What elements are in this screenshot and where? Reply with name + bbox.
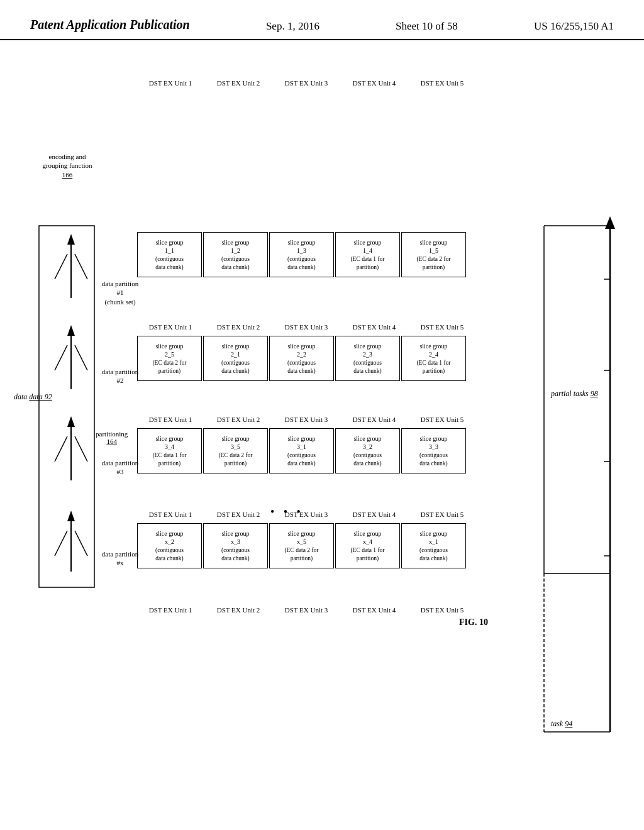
dst-header-5-2: DST EX Unit 2 [205,606,272,614]
dst-header-5-3: DST EX Unit 3 [273,606,340,614]
slice-box-x-3: slice groupx_5 (EC data 2 forpartition) [269,523,334,568]
slice-box-1-4: slice group1_4 (EC data 1 forpartition) [335,232,400,277]
slice-box-1-3: slice group1_3 (contiguousdata chunk) [269,232,334,277]
slice-box-x-5: slice groupx_1 (contiguousdata chunk) [401,523,466,568]
dst-header-4-3: DST EX Unit 3 [273,511,340,518]
dst-header-5: DST EX Unit 5 [409,79,475,87]
publication-date: Sep. 1, 2016 [266,18,319,33]
slice-box-x-4: slice groupx_4 (EC data 1 forpartition) [335,523,400,568]
dst-header-4-4: DST EX Unit 4 [341,511,408,518]
svg-line-7 [55,345,67,370]
svg-line-8 [75,345,87,370]
dst-headers-row-5: DST EX Unit 1 DST EX Unit 2 DST EX Unit … [137,606,475,614]
encoding-label: encoding and grouping function 166 [39,152,96,179]
partition-2-label: data partition#2 [97,367,143,385]
sheet-info: Sheet 10 of 58 [396,18,458,33]
partition-x-label: data partition#x [97,550,143,568]
slice-box-3-2: slice group3_5 (EC data 2 forpartition) [203,428,268,473]
dst-header-5-1: DST EX Unit 1 [137,606,204,614]
svg-line-16 [75,531,87,556]
dst-header-2: DST EX Unit 2 [205,79,272,87]
dst-header-3-4: DST EX Unit 4 [341,416,408,423]
slice-box-2-1: slice group2_5 (EC data 2 forpartition) [137,336,202,381]
slice-box-1-1: slice group1_1 (contiguousdata chunk) [137,232,202,277]
slice-box-1-5: slice group1_5 (EC data 2 forpartition) [401,232,466,277]
dst-header-5-5: DST EX Unit 5 [409,606,475,614]
dst-header-1: DST EX Unit 1 [137,79,204,87]
slice-box-2-2: slice group2_1 (contiguousdata chunk) [203,336,268,381]
patent-number: US 16/255,150 A1 [534,18,614,33]
svg-marker-2 [67,234,75,245]
diagram-area: encoding and grouping function 166 data … [0,40,644,807]
dst-headers-row-2: DST EX Unit 1 DST EX Unit 2 DST EX Unit … [137,323,475,331]
fig-label: FIG. 10 [459,617,488,628]
data-label: data data 92 [14,392,52,402]
svg-line-4 [75,254,87,279]
slice-row-4: slice groupx_2 (contiguousdata chunk) sl… [137,523,466,568]
dst-header-4-2: DST EX Unit 2 [205,511,272,518]
svg-marker-10 [67,416,75,427]
partitioning-label: partitioning 164 [96,430,128,445]
dst-headers-row-4: DST EX Unit 1 DST EX Unit 2 DST EX Unit … [137,511,475,518]
slice-box-x-1: slice groupx_2 (contiguousdata chunk) [137,523,202,568]
slice-box-2-5: slice group2_4 (EC data 1 forpartition) [401,336,466,381]
svg-marker-6 [67,325,75,336]
dst-header-5-4: DST EX Unit 4 [341,606,408,614]
dst-header-2-5: DST EX Unit 5 [409,323,475,331]
dst-header-4-1: DST EX Unit 1 [137,511,204,518]
svg-line-11 [55,436,67,462]
svg-rect-0 [39,226,94,587]
slice-row-2: slice group2_5 (EC data 2 forpartition) … [137,336,466,381]
slice-box-x-2: slice groupx_3 (contiguousdata chunk) [203,523,268,568]
partial-tasks-label: partial tasks 98 [551,389,598,399]
dst-header-4: DST EX Unit 4 [341,79,408,87]
slice-box-3-1: slice group3_4 (EC data 1 forpartition) [137,428,202,473]
dst-header-2-2: DST EX Unit 2 [205,323,272,331]
dst-headers-row-3: DST EX Unit 1 DST EX Unit 2 DST EX Unit … [137,416,475,423]
publication-title: Patent Application Publication [30,18,190,32]
dst-headers-row: DST EX Unit 1 DST EX Unit 2 DST EX Unit … [137,79,475,87]
partition-3-label: data partition#3 [97,458,143,477]
dst-header-3: DST EX Unit 3 [273,79,340,87]
slice-box-1-2: slice group1_2 (contiguousdata chunk) [203,232,268,277]
partition-1-label: data partition#1(chunk set) [97,279,143,306]
svg-line-15 [55,531,67,556]
slice-box-3-5: slice group3_3 (contiguousdata chunk) [401,428,466,473]
dst-header-4-5: DST EX Unit 5 [409,511,475,518]
svg-marker-14 [67,511,75,521]
slice-box-3-4: slice group3_2 (contiguousdata chunk) [335,428,400,473]
dst-header-3-5: DST EX Unit 5 [409,416,475,423]
slice-box-3-3: slice group3_1 (contiguousdata chunk) [269,428,334,473]
svg-line-3 [55,254,67,279]
slice-row-3: slice group3_4 (EC data 1 forpartition) … [137,428,466,473]
dst-header-3-3: DST EX Unit 3 [273,416,340,423]
svg-marker-18 [605,216,615,229]
svg-line-12 [75,436,87,462]
slice-box-2-3: slice group2_2 (contiguousdata chunk) [269,336,334,381]
slice-row-1: slice group1_1 (contiguousdata chunk) sl… [137,232,466,277]
task-label: task 94 [551,719,572,729]
dst-header-2-1: DST EX Unit 1 [137,323,204,331]
dst-header-2-3: DST EX Unit 3 [273,323,340,331]
diagram-svg [0,40,644,807]
dst-header-2-4: DST EX Unit 4 [341,323,408,331]
dst-header-3-1: DST EX Unit 1 [137,416,204,423]
page-header: Patent Application Publication Sep. 1, 2… [0,0,644,40]
dst-header-3-2: DST EX Unit 2 [205,416,272,423]
slice-box-2-4: slice group2_3 (contiguousdata chunk) [335,336,400,381]
